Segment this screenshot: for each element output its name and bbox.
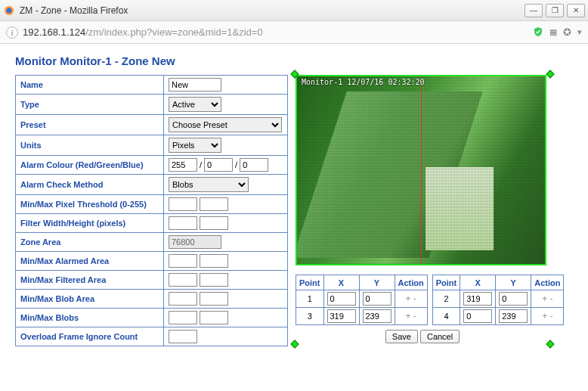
point-add-icon[interactable]: + — [405, 311, 410, 321]
point-row: 2 + - — [432, 290, 564, 308]
point-num: 2 — [432, 290, 460, 308]
point-y-input[interactable] — [363, 292, 391, 306]
preview-center-line — [421, 76, 422, 264]
label-units: Units — [16, 135, 164, 156]
col-point: Point — [432, 275, 460, 290]
point-add-icon[interactable]: + — [542, 311, 547, 321]
preset-select[interactable]: Choose Preset — [169, 117, 282, 132]
name-input[interactable] — [169, 78, 221, 92]
url-host: 192.168.1.124 — [23, 26, 85, 38]
label-alarmed-area: Min/Max Alarmed Area — [16, 252, 164, 271]
point-row: 4 + - — [432, 308, 564, 325]
url-path: /zm/index.php?view=zone&mid=1&zid=0 — [85, 26, 263, 38]
pixel-max-input[interactable] — [200, 197, 228, 211]
alarm-g-input[interactable] — [204, 158, 233, 172]
label-blob-area: Min/Max Blob Area — [16, 290, 164, 309]
label-zone-area: Zone Area — [16, 233, 164, 252]
label-overload: Overload Frame Ignore Count — [16, 327, 164, 346]
point-y-input[interactable] — [363, 309, 391, 323]
point-add-icon[interactable]: + — [405, 293, 410, 304]
zone-handle-tr[interactable] — [546, 70, 554, 78]
point-del-icon[interactable]: - — [413, 311, 416, 321]
label-alarm-colour: Alarm Colour (Red/Green/Blue) — [16, 156, 164, 175]
zone-area-input — [169, 235, 221, 249]
point-del-icon[interactable]: - — [550, 311, 553, 321]
label-filtered-area: Min/Max Filtered Area — [16, 271, 164, 290]
point-x-input[interactable] — [327, 309, 356, 323]
filtered-min-input[interactable] — [169, 273, 197, 287]
col-x: X — [323, 275, 359, 290]
svg-point-1 — [7, 8, 12, 13]
alarm-b-input[interactable] — [240, 158, 268, 172]
overload-input[interactable] — [169, 330, 197, 343]
zone-preview[interactable]: Monitor-1 12/07/16 02:32:20 — [296, 75, 546, 265]
point-row: 3 + - — [296, 308, 428, 325]
filtered-max-input[interactable] — [200, 273, 228, 287]
minimize-button[interactable]: — — [525, 4, 543, 17]
point-num: 3 — [296, 308, 324, 325]
pixel-min-input[interactable] — [169, 197, 197, 211]
point-x-input[interactable] — [463, 309, 492, 323]
col-x: X — [460, 275, 496, 290]
preview-overlay-text: Monitor-1 12/07/16 02:32:20 — [302, 78, 425, 86]
maximize-button[interactable]: ❐ — [546, 4, 564, 17]
point-num: 4 — [432, 308, 460, 325]
label-preset: Preset — [16, 115, 164, 135]
point-add-icon[interactable]: + — [542, 293, 547, 304]
blobs-max-input[interactable] — [200, 311, 228, 324]
url-bar[interactable]: i 192.168.1.124/zm/index.php?view=zone&m… — [0, 21, 588, 44]
col-y: Y — [496, 275, 531, 290]
filter-w-input[interactable] — [169, 216, 197, 230]
label-type: Type — [16, 95, 164, 115]
window-title: ZM - Zone - Mozilla Firefox — [20, 5, 525, 16]
point-num: 1 — [296, 290, 324, 308]
point-y-input[interactable] — [499, 292, 528, 306]
zone-form: Name Type Active Preset Choose Preset Un… — [15, 75, 288, 346]
alarmed-min-input[interactable] — [169, 254, 197, 268]
qr-icon[interactable]: ▦ — [549, 27, 557, 37]
col-action: Action — [531, 275, 564, 290]
type-select[interactable]: Active — [169, 97, 221, 112]
point-del-icon[interactable]: - — [413, 293, 416, 304]
firefox-icon — [3, 5, 15, 17]
alarm-r-input[interactable] — [169, 158, 197, 172]
points-table-right: Point X Y Action 2 + - 4 — [432, 275, 565, 325]
site-info-icon[interactable]: i — [6, 26, 18, 39]
cancel-button[interactable]: Cancel — [420, 330, 460, 343]
label-name: Name — [16, 76, 164, 95]
addon-icon[interactable]: ✪ — [563, 26, 571, 38]
point-row: 1 + - — [296, 290, 428, 308]
blobarea-max-input[interactable] — [200, 292, 228, 306]
window-titlebar: ZM - Zone - Mozilla Firefox — ❐ ✕ — [0, 0, 588, 21]
points-table-left: Point X Y Action 1 + - 3 — [296, 275, 428, 325]
alarmed-max-input[interactable] — [200, 254, 228, 268]
page-title: Monitor Monitor-1 - Zone New — [15, 54, 573, 67]
col-y: Y — [359, 275, 395, 290]
point-x-input[interactable] — [327, 292, 356, 306]
label-alarm-check: Alarm Check Method — [16, 175, 164, 195]
point-x-input[interactable] — [463, 292, 492, 306]
point-y-input[interactable] — [499, 309, 528, 323]
point-del-icon[interactable]: - — [550, 293, 553, 304]
menu-chevron-icon[interactable]: ▾ — [577, 27, 582, 37]
label-filter-wh: Filter Width/Height (pixels) — [16, 214, 164, 233]
close-button[interactable]: ✕ — [567, 4, 585, 17]
units-select[interactable]: Pixels — [169, 138, 221, 153]
blobs-min-input[interactable] — [169, 311, 197, 324]
label-pixel-thresh: Min/Max Pixel Threshold (0-255) — [16, 195, 164, 214]
save-button[interactable]: Save — [385, 330, 418, 343]
filter-h-input[interactable] — [200, 216, 228, 230]
blobarea-min-input[interactable] — [169, 292, 197, 306]
alarm-check-select[interactable]: Blobs — [169, 177, 249, 192]
label-blobs: Min/Max Blobs — [16, 309, 164, 327]
url-text[interactable]: 192.168.1.124/zm/index.php?view=zone&mid… — [23, 26, 528, 38]
security-shield-icon[interactable] — [533, 26, 543, 39]
col-action: Action — [395, 275, 427, 290]
col-point: Point — [296, 275, 324, 290]
